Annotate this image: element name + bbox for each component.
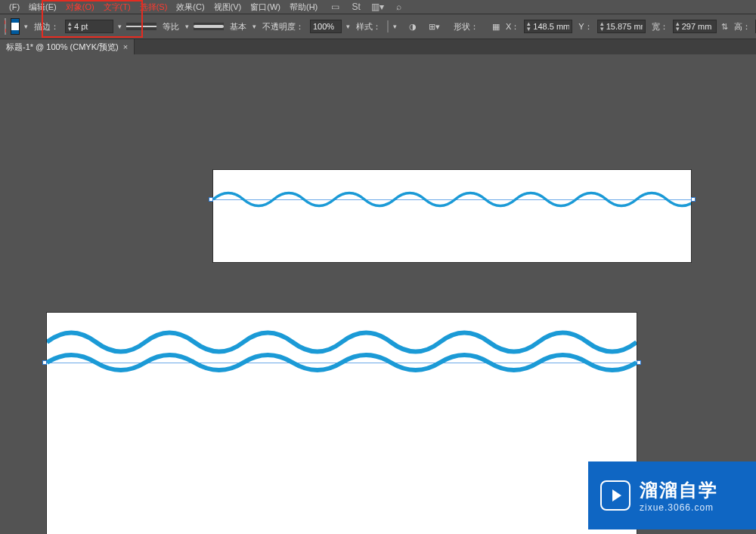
chevron-down-icon[interactable]: ▾ [118, 23, 122, 30]
y-field[interactable]: ▴▾ [597, 20, 646, 33]
opacity-input[interactable] [313, 22, 339, 31]
stepper-icon[interactable]: ▴▾ [527, 21, 531, 32]
stepper-icon[interactable]: ▴▾ [68, 21, 72, 32]
chevron-down-icon[interactable]: ▾ [185, 23, 189, 30]
align-icon[interactable]: ⊞▾ [429, 20, 440, 33]
wave-path-1 [213, 187, 691, 212]
menu-item-text[interactable]: 文字(T) [99, 0, 135, 14]
profile-label: 基本 [228, 21, 248, 32]
w-label: 宽： [650, 21, 670, 32]
stroke-label: 描边： [33, 21, 60, 32]
watermark-sub: zixue.3066.com [640, 502, 718, 513]
document-tab-title: 标题-1* @ 100% (CMYK/预览) [6, 42, 119, 53]
style-label: 样式： [355, 21, 383, 32]
watermark-main: 溜溜自学 [640, 478, 718, 502]
transform-h-group: 高： ▴▾ [733, 20, 756, 33]
stroke-swatch[interactable] [11, 18, 20, 35]
stepper-icon[interactable]: ▴▾ [676, 21, 680, 32]
stroke-width-input[interactable] [74, 22, 110, 31]
close-icon[interactable]: × [123, 42, 128, 51]
workspace-icon[interactable]: ▭ [330, 2, 340, 12]
search-icon[interactable]: ⌕ [393, 2, 404, 12]
artboard-2 [47, 313, 637, 534]
wave-path-2b [47, 346, 637, 379]
x-input[interactable] [533, 22, 569, 31]
uniform-label: 等比 [161, 21, 181, 32]
chevron-down-icon[interactable]: ▾ [393, 23, 397, 30]
chevron-down-icon[interactable]: ▾ [253, 23, 256, 30]
menu-item-file[interactable]: (F) [5, 1, 24, 13]
menu-item-select[interactable]: 选择(S) [135, 0, 172, 14]
menu-item-view[interactable]: 视图(V) [209, 0, 246, 14]
menu-right-icons: ▭ St ▥▾ ⌕ [330, 2, 404, 12]
y-label: Y： [577, 21, 593, 32]
menu-item-object[interactable]: 对象(O) [61, 0, 99, 14]
artboard-1 [213, 170, 691, 262]
recolor-icon[interactable]: ◑ [409, 20, 417, 33]
transform-anchor-icon[interactable]: ▦ [492, 20, 500, 33]
selection-handle[interactable] [637, 360, 641, 365]
stroke-width-field[interactable]: ▴▾ [65, 20, 113, 33]
play-icon [600, 480, 631, 511]
menu-item-help[interactable]: 帮助(H) [285, 0, 322, 14]
transform-y-group: Y： ▴▾ [577, 20, 645, 33]
menu-bar: (F) 编辑(E) 对象(O) 文字(T) 选择(S) 效果(C) 视图(V) … [0, 0, 756, 14]
transform-x-group: X： ▴▾ [504, 20, 572, 33]
stroke-style-preview[interactable] [126, 23, 156, 30]
menu-item-edit[interactable]: 编辑(E) [24, 0, 61, 14]
graphic-style-swatch[interactable] [387, 20, 389, 32]
opacity-field[interactable] [310, 20, 342, 33]
stepper-icon[interactable]: ▴▾ [600, 21, 604, 32]
menu-item-window[interactable]: 窗口(W) [246, 0, 285, 14]
x-field[interactable]: ▴▾ [524, 20, 572, 33]
x-label: X： [504, 21, 521, 32]
watermark-text: 溜溜自学 zixue.3066.com [640, 478, 718, 513]
document-tab[interactable]: 标题-1* @ 100% (CMYK/预览) × [0, 39, 135, 54]
options-bar: ▾ 描边： ▴▾ ▾ 等比 ▾ 基本 ▾ 不透明度： ▾ 样式： ▾ ◑ ⊞▾ … [0, 14, 756, 39]
h-label: 高： [733, 21, 752, 32]
selection-handle[interactable] [691, 197, 696, 202]
w-input[interactable] [682, 22, 714, 31]
brush-profile-preview[interactable] [194, 23, 224, 30]
watermark-badge: 溜溜自学 zixue.3066.com [588, 461, 756, 529]
canvas[interactable]: 溜溜自学 zixue.3066.com [0, 54, 756, 534]
opacity-label: 不透明度： [261, 21, 305, 32]
arrange-icon[interactable]: ▥▾ [372, 2, 383, 12]
menu-item-effect[interactable]: 效果(C) [172, 0, 209, 14]
shape-label: 形状： [452, 21, 480, 32]
w-field[interactable]: ▴▾ [673, 20, 717, 33]
transform-w-group: 宽： ▴▾ [650, 20, 717, 33]
document-tab-bar: 标题-1* @ 100% (CMYK/预览) × [0, 39, 756, 54]
chevron-down-icon[interactable]: ▾ [24, 23, 28, 30]
y-input[interactable] [606, 22, 643, 31]
link-wh-icon[interactable]: ⇅ [721, 20, 728, 33]
fill-swatch-none[interactable] [5, 18, 6, 35]
bridge-icon[interactable]: St [351, 2, 361, 12]
chevron-down-icon[interactable]: ▾ [346, 23, 350, 30]
